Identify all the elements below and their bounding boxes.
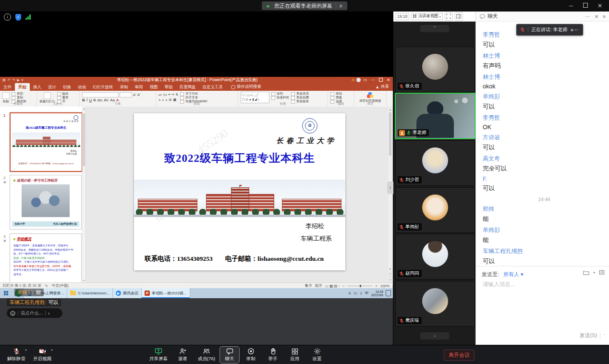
apps-button[interactable]: 应用 xyxy=(285,347,304,363)
ppt-tab-record[interactable]: 录制 xyxy=(117,83,132,91)
overlay-chat-input[interactable]: 说点什么... ‹ xyxy=(7,308,62,318)
ppt-minimize-button[interactable]: ─ xyxy=(370,78,376,82)
display-icon[interactable]: ▭ xyxy=(353,291,357,295)
font-size-box[interactable] xyxy=(120,92,132,97)
zoom-slider[interactable] xyxy=(347,286,372,286)
ime-indicator[interactable]: 中 xyxy=(365,291,369,296)
arrange-button[interactable]: 排列 xyxy=(271,92,289,96)
align-center-icon[interactable]: ≡ xyxy=(162,98,164,102)
info-icon[interactable]: i xyxy=(4,13,11,21)
emoji-icon[interactable] xyxy=(10,311,15,316)
layout-button[interactable]: 版式 xyxy=(57,92,69,96)
unmute-button[interactable]: ▲ 解除静音 xyxy=(4,347,29,363)
text-shadow-icon[interactable]: abc xyxy=(97,98,102,102)
ppt-tab-slideshow[interactable]: 幻灯片放映 xyxy=(89,83,117,91)
chat-more-icon[interactable]: ⋯ xyxy=(585,14,590,19)
send-button[interactable]: 发送(S) xyxy=(580,332,597,339)
zoom-in-icon[interactable]: + xyxy=(375,284,377,288)
text-direction-button[interactable]: 文字方向 xyxy=(180,92,207,96)
find-button[interactable]: 查找 xyxy=(330,92,342,96)
font-name-box[interactable] xyxy=(82,92,119,97)
zoom-out-icon[interactable]: − xyxy=(342,284,344,288)
thumbnail-scrollbar[interactable]: ▲▼ xyxy=(82,107,85,282)
participant-tile-speaking[interactable]: 李老师 xyxy=(395,93,475,139)
scroll-down-button[interactable]: ⌄ xyxy=(420,332,449,340)
shape-fill-button[interactable]: 形状填充 xyxy=(291,92,309,96)
ppt-tab-file[interactable]: 文件 xyxy=(0,83,15,91)
share-screen-button[interactable]: 共享屏幕 xyxy=(146,347,171,363)
minimize-button[interactable]: ─ xyxy=(564,0,578,12)
indent-icons[interactable]: ⇤⇥ xyxy=(169,93,174,97)
participant-tile[interactable]: 刘少哲 xyxy=(395,140,475,186)
tray-clock[interactable]: 14:442022/9/6 xyxy=(371,290,383,297)
cut-button[interactable]: 剪切 xyxy=(12,92,26,96)
quick-styles-button[interactable]: 快速样式 xyxy=(271,96,289,99)
members-button[interactable]: 成员(76) xyxy=(194,347,219,363)
slide-canvas[interactable]: ✿ 长春工业大学 致2022级车辆工程专业本科生 455290 徐久 李绍 xyxy=(134,113,345,270)
replace-button[interactable]: 替换 xyxy=(330,96,342,99)
ribbon-options-icon[interactable]: ▭ xyxy=(362,78,368,82)
banner-menu-icon[interactable]: ≡ xyxy=(340,3,343,9)
shrink-font-icon[interactable]: Aˇ xyxy=(137,93,141,97)
slide-thumbnail-2[interactable]: 自我介绍—学习与工作经历 吉林大学 汽车工程学院博士后 xyxy=(10,175,82,230)
columns-icon[interactable]: ▦ xyxy=(173,98,177,102)
redo-icon[interactable]: ↷ xyxy=(12,78,15,82)
mic-options-icon[interactable]: ▲ xyxy=(24,348,27,351)
maximize-button[interactable] xyxy=(578,0,593,12)
ppt-tab-animations[interactable]: 动画 xyxy=(74,83,89,91)
record-button[interactable]: 录制 xyxy=(241,347,260,363)
zoom-level[interactable]: 100% xyxy=(380,284,390,288)
slide-nav-buttons[interactable]: ⌃⌄ xyxy=(388,273,392,281)
start-video-button[interactable]: ▲ 开启视频 xyxy=(30,347,55,363)
close-button[interactable]: ✕ xyxy=(593,0,607,12)
tray-expand-icon[interactable]: ∧ xyxy=(348,291,351,295)
toast-action-icons[interactable]: ◆↩ xyxy=(571,27,579,32)
security-shield-icon[interactable]: ✓ xyxy=(15,14,21,21)
taskbar-item-explorer[interactable]: C:\Users\lenovo\... xyxy=(67,288,113,298)
fullscreen-button[interactable] xyxy=(445,12,453,21)
volume-icon[interactable]: ♫ xyxy=(360,291,363,295)
screenshot-icon[interactable] xyxy=(599,270,605,275)
view-mode-button[interactable]: 演讲者视图 ▾ xyxy=(411,13,443,20)
ppt-share-button[interactable]: ▲ 共享 xyxy=(376,83,389,91)
chat-button[interactable]: 聊天 xyxy=(220,347,239,363)
collapse-chat-icon[interactable]: ‹ xyxy=(48,311,49,316)
grow-font-icon[interactable]: Aˆ xyxy=(133,93,136,97)
slideshow-icon[interactable]: ▶ xyxy=(17,78,19,82)
ppt-tab-addin2[interactable]: 自定义工具 xyxy=(199,83,227,91)
ppt-tab-home[interactable]: 开始 xyxy=(15,83,30,91)
chat-input[interactable] xyxy=(482,281,605,288)
ppt-tab-help[interactable]: 帮助 xyxy=(161,83,176,91)
ppt-close-button[interactable]: ✕ xyxy=(385,78,391,82)
participant-tile[interactable]: 樊庆瑞 xyxy=(395,281,475,327)
notes-button[interactable]: 备注 xyxy=(305,283,312,288)
shape-outline-button[interactable]: 形状轮廓 xyxy=(291,96,309,99)
settings-button[interactable]: 设置 xyxy=(307,347,327,363)
align-right-icon[interactable]: ≡ xyxy=(165,98,167,102)
taskbar-item-meeting[interactable]: ▶ 腾讯会议 xyxy=(113,288,142,298)
justify-icon[interactable]: ☰ xyxy=(169,98,171,102)
file-attach-icon[interactable] xyxy=(583,270,589,275)
panel-drag-icon[interactable]: ≡ xyxy=(603,14,606,19)
align-text-button[interactable]: 对齐文本 xyxy=(180,96,207,99)
participant-tile[interactable]: 徐久佰 xyxy=(395,47,475,92)
slide-thumbnail-3[interactable]: 学校概况 创建于1952年，是省属重点工科大学，在校学生 20000余名，有教职… xyxy=(10,233,82,282)
participant-tile[interactable]: 赵丙同 xyxy=(395,234,475,279)
comments-button[interactable]: 批注 xyxy=(315,283,322,288)
start-button[interactable] xyxy=(0,288,12,298)
ppt-tab-view[interactable]: 视图 xyxy=(146,83,161,91)
account-avatar[interactable] xyxy=(356,78,361,82)
view-buttons[interactable]: ▭ ▦ ▤ ▫ xyxy=(325,284,340,288)
line-spacing-icon[interactable]: ⇅ xyxy=(175,93,178,97)
slide-thumbnail-1[interactable]: 长春工业大学 致2022级车辆工程专业本科生 李绍松车辆工程系 联系电话：136… xyxy=(10,112,83,172)
save-to-baidu-button[interactable]: 保存到百度网盘 xyxy=(357,92,384,102)
ppt-tab-transitions[interactable]: 切换 xyxy=(60,83,74,91)
video-options-icon[interactable]: ▲ xyxy=(50,348,53,351)
raise-hand-button[interactable]: 举手 xyxy=(263,347,282,363)
ppt-tab-addin1[interactable]: 百度网盘 xyxy=(176,83,199,91)
align-left-icon[interactable]: ≡ xyxy=(158,98,160,102)
filmstrip-collapse-handle[interactable]: › xyxy=(387,182,393,194)
undo-icon[interactable]: ↶ xyxy=(8,78,11,82)
send-options-icon[interactable]: ˇ xyxy=(603,333,605,338)
ppt-tab-review[interactable]: 审阅 xyxy=(132,83,146,91)
